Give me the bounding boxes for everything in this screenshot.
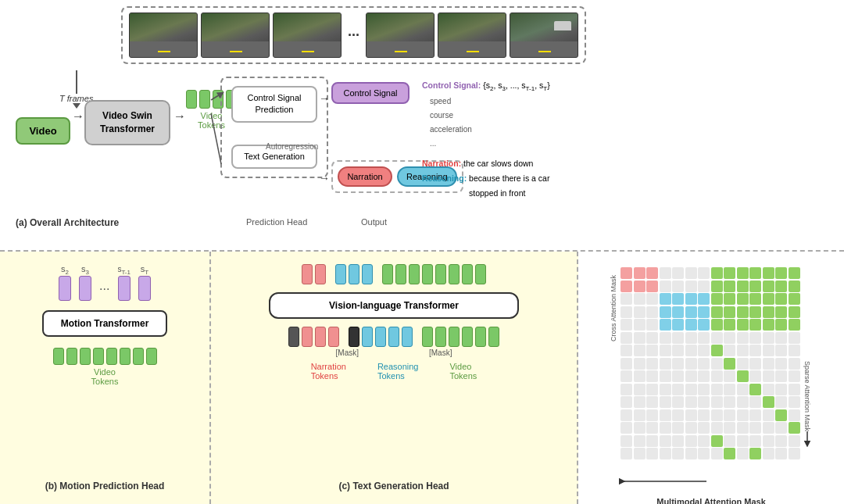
video-input-box: Video (16, 94, 70, 145)
reasoning-example-line2: stopped in front (469, 186, 549, 201)
attention-grid (620, 267, 800, 491)
sparse-attention-area: Sparse Attention Mask (802, 267, 813, 447)
s3-token: s3 (79, 264, 91, 301)
sT-token: sT (138, 264, 151, 301)
ctrl-sig-output-label: Control Signal (343, 88, 397, 98)
course-label: course (430, 109, 550, 123)
s2-label: s2 (61, 264, 69, 276)
cross-arrow-svg (620, 474, 800, 488)
panel-motion: s2 s3 ··· sT-1 sT Motion Transformer (0, 252, 211, 504)
sparse-attention-label: Sparse Attention Mask (803, 361, 811, 431)
attention-grid-container: Cross Attention Mask (610, 267, 813, 491)
top-section: ··· T frames (0, 0, 844, 250)
acceleration-label: acceleration (430, 123, 550, 137)
cross-attention-label: Cross Attention Mask (610, 275, 619, 341)
panel-text-gen: Vision-language Transformer (211, 252, 578, 504)
ctrl-sig-pred-label: Control Signal Prediction (247, 93, 301, 114)
control-signal-output-box: Control Signal (331, 82, 409, 104)
sparse-arrow-svg (802, 431, 813, 447)
motion-transformer-box: Motion Transformer (42, 310, 167, 337)
narration-example-line: Narration: the car slows down (422, 156, 549, 171)
motion-transformer-label: Motion Transformer (61, 318, 149, 329)
sT-label: sT (141, 264, 148, 276)
motion-section-label: (b) Motion Prediction Head (45, 476, 165, 491)
reasoning-example-text: because there is a car (469, 173, 549, 183)
panel-attention: Cross Attention Mask (578, 252, 844, 504)
sT1-token: sT-1 (117, 265, 131, 301)
narration-example-text: the car slows down (463, 159, 533, 168)
ctrl-sig-properties: speed course acceleration ... (430, 95, 550, 151)
video-frame-1 (129, 13, 198, 58)
vlm-box: Vision-language Transformer (269, 292, 519, 319)
arrow-video-to-swin: → (72, 109, 84, 123)
prediction-head-label: Prediction Head (246, 217, 307, 227)
text-gen-section-label: (c) Text Generation Head (338, 476, 449, 491)
s2-token: s2 (59, 264, 71, 301)
mask-labels: [Mask] [Mask] (336, 349, 452, 357)
control-signal-prediction-box: Control Signal Prediction (231, 86, 317, 123)
reasoning-example-line: Reasoning: because there is a car (422, 171, 549, 186)
s3-label: s3 (81, 264, 89, 276)
text-gen-label: Text Generation (244, 152, 305, 161)
bottom-section: s2 s3 ··· sT-1 sT Motion Transformer (0, 250, 844, 504)
grid-cells (620, 267, 800, 473)
vlm-top-tokens (302, 264, 486, 284)
reasoning-color-label: Reasoning: (422, 173, 467, 183)
ctrl-sig-formula: Control Signal: {s2, s3, ..., sT-1, sT} (422, 78, 550, 95)
video-frames-container: ··· (121, 6, 586, 64)
token-type-labels: NarrationTokens ReasoningTokens VideoTok… (311, 362, 477, 381)
video-frame-5 (438, 13, 506, 58)
arrow-ctrl: → (319, 92, 330, 105)
narration-color-label: Narration: (422, 159, 461, 168)
sT1-label: sT-1 (117, 265, 131, 276)
narration-tokens-label: NarrationTokens (311, 362, 346, 381)
overall-arch-label: (a) Overall Architecture (16, 217, 119, 228)
video-tokens-label2: VideoTokens (449, 362, 477, 381)
video-label: Video (29, 125, 56, 137)
ctrl-sig-formula-val: {s2, s3, ..., sT-1, sT} (483, 80, 550, 90)
frames-dots: ··· (348, 27, 359, 44)
video-frame-6 (510, 13, 578, 58)
mask-label-1: [Mask] (336, 349, 359, 357)
control-signal-info: Control Signal: {s2, s3, ..., sT-1, sT} … (422, 78, 550, 151)
mask-token-row (288, 327, 499, 347)
arrow-swin-to-tokens: → (173, 109, 186, 123)
state-dots: ··· (99, 282, 109, 296)
narration-output-box: Narration (338, 166, 392, 187)
vlm-label: Vision-language Transformer (329, 300, 459, 311)
ctrl-sig-formula-label: Control Signal: (422, 80, 483, 90)
video-tokens-motion (53, 348, 157, 365)
reasoning-tokens-label: ReasoningTokens (377, 362, 419, 381)
arrow-text: → (319, 172, 330, 184)
prediction-head-dashed-box: Control Signal Prediction Text Generatio… (220, 77, 328, 178)
autoregression-label: Autoregression (266, 142, 318, 151)
output-label: Output (361, 217, 387, 227)
speed-label: speed (430, 95, 550, 109)
video-frame-3 (273, 13, 342, 58)
narration-label: Narration (347, 172, 382, 181)
state-tokens-row: s2 s3 ··· sT-1 sT (59, 264, 151, 301)
swin-transformer-box: Video SwinTransformer (84, 88, 170, 145)
narration-reasoning-info: Narration: the car slows down Reasoning:… (422, 156, 549, 201)
video-frame-4 (366, 13, 435, 58)
video-frame-2 (201, 13, 270, 58)
mask-label-2: [Mask] (429, 349, 452, 357)
multimodal-label: Multimodal Attention Mask (656, 497, 766, 505)
video-tokens-bottom-label: VideoTokens (91, 367, 119, 386)
